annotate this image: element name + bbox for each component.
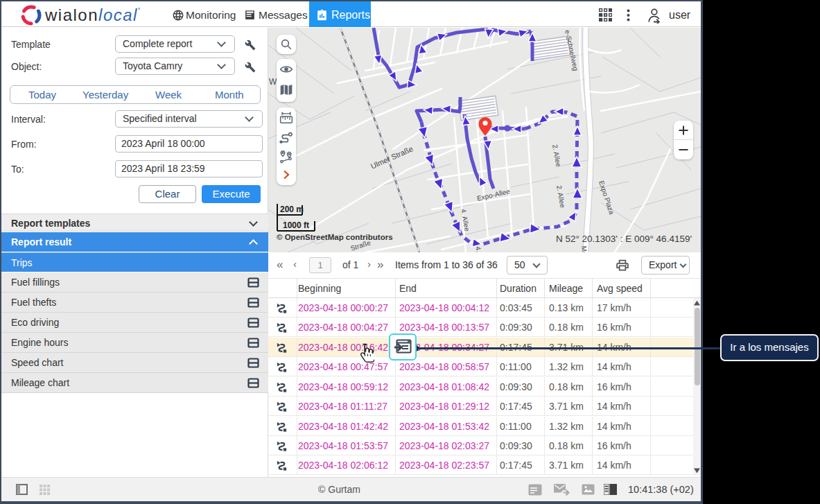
svg-text:1000 ft: 1000 ft: [283, 220, 309, 230]
svg-text:Ulmer Straße: Ulmer Straße: [369, 144, 415, 171]
svg-text:N 52° 20.1303' : E 009° 46.415: N 52° 20.1303' : E 009° 46.4159': [556, 234, 692, 244]
svg-text:e-Schnellweg: e-Schnellweg: [564, 29, 579, 71]
svg-text:© OpenStreetMap contributors: © OpenStreetMap contributors: [277, 233, 393, 241]
svg-text:Expo Plaza: Expo Plaza: [597, 180, 616, 216]
svg-text:4. Allee: 4. Allee: [460, 208, 471, 232]
svg-text:2. Allee: 2. Allee: [555, 184, 567, 209]
svg-text:2. Allee: 2. Allee: [551, 144, 563, 168]
svg-text:Mes: Mes: [580, 245, 589, 252]
svg-text:4. Allee: 4. Allee: [474, 245, 486, 252]
svg-text:200 m: 200 m: [280, 205, 304, 214]
svg-text:Expo-Allee: Expo-Allee: [476, 187, 511, 202]
